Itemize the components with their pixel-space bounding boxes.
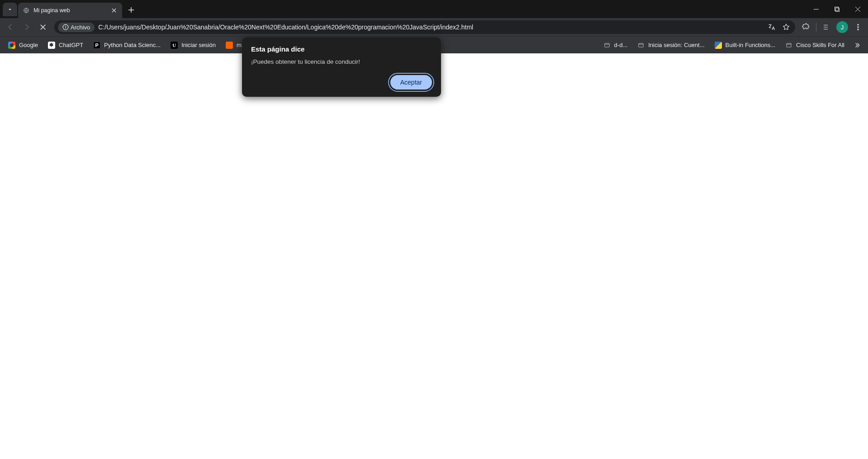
info-icon (62, 24, 69, 30)
generic-site-icon (603, 42, 611, 49)
address-url: C:/Users/juans/Desktop/Juan%20Sanabria/O… (98, 24, 763, 31)
nav-back-button[interactable] (3, 20, 18, 34)
translate-icon (768, 23, 776, 31)
chevron-double-right-icon (854, 42, 861, 49)
tab-title: Mi pagina web (33, 7, 107, 14)
svg-point-7 (858, 27, 859, 28)
browser-titlebar: Mi pagina web (0, 0, 868, 18)
nav-stop-button[interactable] (35, 20, 51, 34)
svg-point-4 (65, 26, 66, 27)
bookmark-item[interactable]: U Iniciar sesión (167, 40, 219, 51)
page-content: Esta página dice ¡Puedes obtener tu lice… (0, 53, 868, 459)
dialog-message: ¡Puedes obtener tu licencia de conducir! (251, 58, 432, 65)
arrow-right-icon (23, 23, 31, 31)
side-panel-button[interactable] (819, 20, 834, 34)
star-icon (782, 23, 790, 31)
bookmark-label: Cisco Skills For All (796, 42, 844, 48)
bookmark-button[interactable] (781, 22, 792, 33)
generic-site-icon (637, 42, 645, 49)
svg-rect-11 (787, 43, 792, 47)
address-bar[interactable]: Archivo C:/Users/juans/Desktop/Juan%20Sa… (54, 20, 795, 34)
letter-u-icon: U (171, 42, 178, 49)
tab-favicon-icon (23, 7, 30, 14)
new-tab-button[interactable] (125, 4, 138, 16)
bookmark-label: Iniciar sesión (181, 42, 216, 48)
svg-rect-5 (65, 27, 66, 28)
bookmarks-overflow-button[interactable] (851, 39, 863, 52)
python-icon (715, 42, 722, 49)
bookmark-item[interactable]: Inicia sesión: Cuent... (634, 40, 708, 51)
bookmark-item[interactable]: Google (5, 40, 42, 51)
javascript-alert-dialog: Esta página dice ¡Puedes obtener tu lice… (242, 37, 441, 97)
plus-icon (128, 7, 134, 13)
arrow-left-icon (6, 23, 14, 31)
bookmark-item[interactable]: ✻ ChatGPT (44, 40, 87, 51)
replit-icon (226, 42, 233, 49)
bookmark-label: Google (19, 42, 38, 48)
svg-rect-2 (835, 8, 839, 11)
tab-close-button[interactable] (110, 7, 118, 14)
toolbar-divider (816, 23, 816, 32)
close-icon (855, 7, 860, 12)
site-security-chip[interactable]: Archivo (58, 23, 95, 32)
maximize-icon (835, 7, 840, 12)
chevron-down-icon (7, 6, 13, 13)
profile-avatar[interactable]: J (836, 21, 848, 33)
bookmark-label: Built-in Functions... (726, 42, 776, 48)
svg-point-6 (858, 24, 859, 25)
window-maximize-button[interactable] (826, 0, 847, 18)
avatar-initial: J (841, 24, 844, 31)
svg-point-8 (858, 29, 859, 30)
svg-rect-10 (639, 43, 644, 47)
site-security-label: Archivo (71, 24, 90, 31)
bookmark-label: ChatGPT (59, 42, 83, 48)
bookmark-item[interactable]: d-d... (600, 40, 631, 51)
nav-forward-button[interactable] (19, 20, 34, 34)
bookmark-label: Python Data Scienc... (104, 42, 161, 48)
extensions-button[interactable] (799, 20, 813, 34)
close-icon (112, 8, 116, 13)
bookmark-label: d-d... (614, 42, 628, 48)
kebab-icon (854, 23, 862, 31)
tab-search-button[interactable] (3, 3, 17, 16)
dialog-accept-button[interactable]: Aceptar (390, 75, 432, 90)
bookmark-item[interactable]: P Python Data Scienc... (90, 40, 164, 51)
svg-rect-1 (835, 7, 838, 10)
translate-button[interactable] (766, 22, 777, 33)
window-close-button[interactable] (847, 0, 868, 18)
bookmark-label: Inicia sesión: Cuent... (648, 42, 704, 48)
chatgpt-icon: ✻ (48, 42, 55, 49)
browser-toolbar: Archivo C:/Users/juans/Desktop/Juan%20Sa… (0, 18, 868, 36)
minimize-icon (814, 7, 819, 12)
browser-tab[interactable]: Mi pagina web (18, 3, 122, 18)
window-minimize-button[interactable] (806, 0, 826, 18)
browser-menu-button[interactable] (851, 20, 865, 34)
svg-rect-9 (604, 43, 609, 47)
close-icon (39, 23, 47, 31)
bookmark-item[interactable]: Built-in Functions... (711, 40, 779, 51)
puzzle-icon (802, 23, 810, 31)
google-icon (8, 42, 15, 49)
cisco-icon (785, 42, 792, 49)
window-controls (806, 0, 868, 18)
letter-p-icon: P (93, 42, 100, 49)
dialog-title: Esta página dice (251, 45, 432, 53)
list-icon (822, 23, 830, 31)
bookmark-item[interactable]: Cisco Skills For All (782, 40, 848, 51)
